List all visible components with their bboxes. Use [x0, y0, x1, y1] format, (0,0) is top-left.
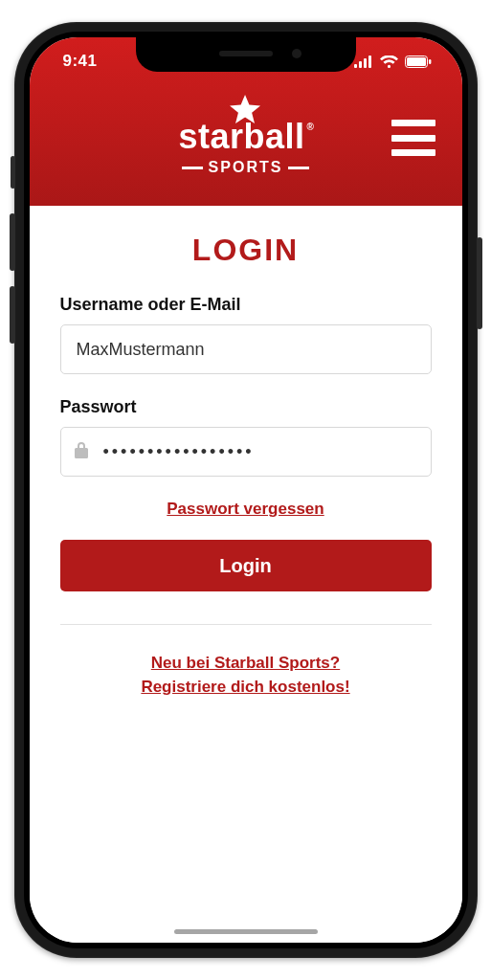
dash-icon — [288, 167, 309, 169]
svg-rect-6 — [429, 59, 431, 64]
brand-logo: starball® SPORTS — [179, 95, 313, 176]
menu-button[interactable] — [391, 120, 435, 156]
app-header: 9:41 — [30, 37, 462, 206]
brand-sub: SPORTS — [209, 159, 283, 176]
svg-rect-3 — [368, 56, 371, 68]
cellular-icon — [354, 56, 373, 68]
brand-name: starball — [179, 117, 305, 156]
login-panel: LOGIN Username oder E-Mail Passwort Pass… — [30, 206, 462, 943]
svg-rect-5 — [407, 57, 426, 66]
svg-rect-0 — [354, 64, 357, 68]
password-label: Passwort — [60, 397, 432, 417]
registered-mark: ® — [307, 122, 315, 132]
dash-icon — [182, 167, 203, 169]
svg-rect-2 — [364, 58, 367, 68]
username-input[interactable] — [60, 324, 432, 374]
register-line1: Neu bei Starball Sports? — [151, 654, 340, 672]
divider — [60, 624, 432, 625]
lock-icon — [74, 441, 89, 462]
battery-icon — [405, 56, 432, 68]
register-line2: Registriere dich kostenlos! — [141, 678, 349, 696]
status-bar: 9:41 — [30, 37, 462, 85]
password-input[interactable] — [60, 427, 432, 477]
page-title: LOGIN — [60, 233, 432, 268]
home-indicator[interactable] — [174, 929, 318, 934]
register-link[interactable]: Neu bei Starball Sports? Registriere dic… — [141, 652, 349, 699]
forgot-password-link[interactable]: Passwort vergessen — [167, 500, 324, 518]
username-label: Username oder E-Mail — [60, 295, 432, 315]
wifi-icon — [380, 56, 398, 68]
login-button[interactable]: Login — [60, 540, 432, 591]
status-time: 9:41 — [56, 52, 98, 71]
svg-rect-1 — [359, 61, 362, 68]
